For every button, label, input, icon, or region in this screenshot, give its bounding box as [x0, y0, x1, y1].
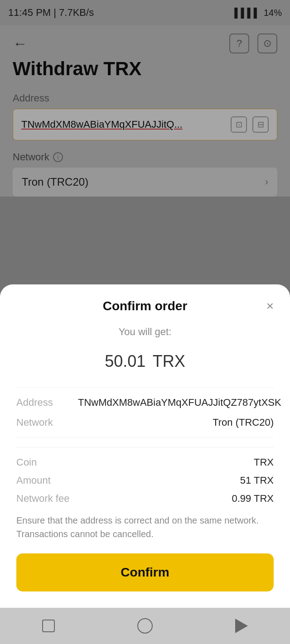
receive-amount: 50.01 TRX	[16, 343, 274, 373]
recent-apps-icon	[42, 620, 55, 632]
coin-label: Coin	[16, 457, 37, 468]
modal-close-button[interactable]: ×	[266, 299, 274, 313]
network-fee-row: Network fee 0.99 TRX	[16, 493, 274, 505]
warning-text: Ensure that the address is correct and o…	[16, 514, 274, 541]
navigation-bar	[0, 608, 290, 644]
network-fee-value: 0.99 TRX	[232, 493, 274, 505]
home-icon	[137, 618, 153, 634]
modal-title: Confirm order	[103, 299, 188, 313]
coin-row: Coin TRX	[16, 457, 274, 468]
network-detail-label: Network	[16, 417, 71, 428]
modal-header: Confirm order ×	[16, 299, 274, 313]
nav-home-button[interactable]	[134, 615, 156, 637]
coin-value: TRX	[254, 457, 274, 468]
amount-label: Amount	[16, 475, 51, 486]
address-detail-row: Address TNwMdXM8wABiaYMqXFUAJJitQZ787ytX…	[16, 397, 274, 409]
nav-recent-apps-button[interactable]	[37, 615, 60, 637]
you-will-get-label: You will get:	[16, 326, 274, 338]
coin-amount-fee-section: Coin TRX Amount 51 TRX Network fee 0.99 …	[16, 447, 274, 505]
confirm-order-modal: Confirm order × You will get: 50.01 TRX …	[0, 284, 290, 608]
network-fee-label: Network fee	[16, 493, 69, 505]
address-detail-value: TNwMdXM8wABiaYMqXFUAJJitQZ787ytXSK	[78, 397, 281, 409]
amount-value: 51 TRX	[240, 475, 274, 486]
address-network-section: Address TNwMdXM8wABiaYMqXFUAJJitQZ787ytX…	[16, 387, 274, 438]
network-detail-row: Network Tron (TRC20)	[16, 417, 274, 428]
nav-back-button[interactable]	[230, 615, 253, 637]
address-detail-label: Address	[16, 397, 71, 409]
amount-row: Amount 51 TRX	[16, 475, 274, 486]
back-icon	[235, 619, 248, 633]
confirm-button[interactable]: Confirm	[16, 553, 274, 591]
network-detail-value: Tron (TRC20)	[78, 417, 274, 428]
